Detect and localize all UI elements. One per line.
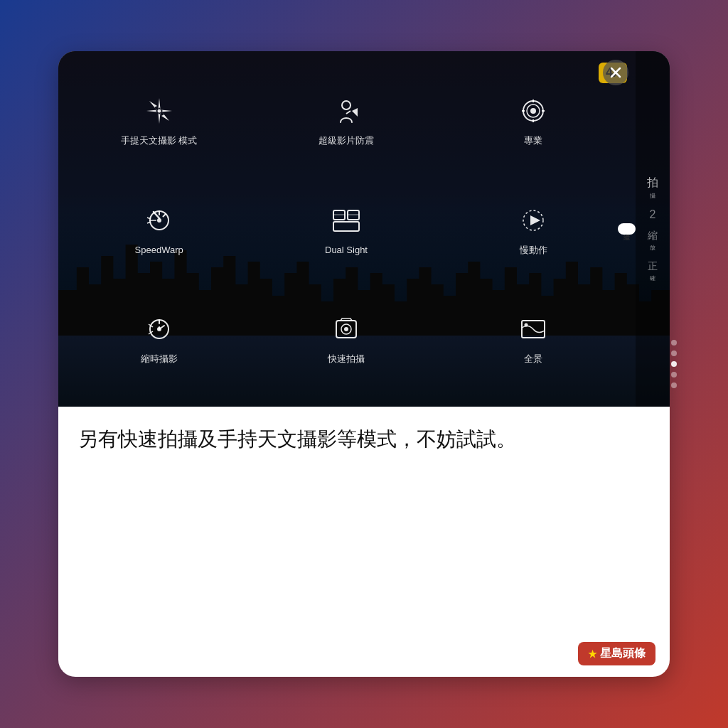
speedwarp-label: SpeedWarp [135, 245, 183, 257]
pagination-dot-3 [671, 361, 677, 367]
panorama-label: 全景 [524, 353, 542, 365]
camera-mode-grid: 手提天文攝影 模式 超級影片防震 [58, 51, 634, 407]
floating-mode-button[interactable]: 繼 [618, 223, 636, 235]
pro-icon [515, 92, 552, 129]
svg-point-36 [525, 323, 528, 326]
handheld-astro-icon [141, 92, 178, 129]
svg-marker-2 [146, 110, 157, 112]
quick-snapshot-icon [328, 311, 365, 348]
pagination-dot-5 [671, 382, 677, 388]
menu-item-handheld-astro[interactable]: 手提天文攝影 模式 [65, 65, 252, 174]
svg-point-4 [157, 109, 161, 113]
menu-item-super-video[interactable]: 超級影片防震 [252, 65, 439, 174]
menu-item-pro[interactable]: 專業 [440, 65, 627, 174]
pro-label: 專業 [524, 135, 542, 147]
svg-marker-3 [161, 110, 172, 112]
right-panel-item-4: 正 確 [648, 260, 658, 282]
svg-line-20 [163, 214, 166, 217]
super-video-label: 超級影片防震 [318, 135, 374, 147]
pagination-dot-2 [671, 350, 677, 356]
star-icon: ★ [588, 648, 597, 660]
svg-marker-0 [158, 98, 160, 109]
menu-item-dual-sight[interactable]: Dual Sight [252, 174, 439, 283]
menu-item-slow-motion[interactable]: 慢動作 [440, 174, 627, 283]
settings-close-icon[interactable] [603, 60, 628, 85]
timelapse-icon [141, 311, 178, 348]
right-panel-item-2: 2 [650, 208, 656, 221]
brand-name: 星島頭條 [600, 646, 646, 661]
svg-marker-6 [161, 113, 169, 121]
dual-sight-icon [328, 202, 365, 239]
main-card: 手提天文攝影 模式 超級影片防震 [58, 51, 670, 677]
pagination-dots [671, 340, 677, 388]
menu-item-panorama[interactable]: 全景 [440, 284, 627, 392]
svg-marker-27 [530, 215, 540, 225]
menu-item-timelapse[interactable]: 縮時攝影 [65, 284, 252, 392]
svg-point-12 [530, 108, 536, 114]
svg-marker-7 [161, 101, 169, 109]
panorama-icon [515, 311, 552, 348]
svg-marker-8 [149, 113, 157, 121]
timelapse-label: 縮時攝影 [141, 353, 178, 365]
svg-rect-23 [333, 222, 359, 231]
super-video-icon [328, 92, 365, 129]
brand-badge: ★ 星島頭條 [578, 642, 655, 665]
svg-point-34 [344, 327, 348, 331]
handheld-astro-label: 手提天文攝影 模式 [121, 135, 198, 147]
pagination-dot-4 [671, 372, 677, 378]
right-panel-item-3: 縮 放 [648, 230, 658, 252]
right-panel-item-1: 拍 攝 [647, 176, 658, 200]
svg-marker-5 [149, 101, 157, 109]
svg-point-9 [342, 101, 350, 109]
pagination-dot-1 [671, 340, 677, 346]
speedwarp-icon [141, 202, 178, 239]
right-panel: 拍 攝 2 縮 放 正 確 [636, 51, 670, 407]
camera-screen: 手提天文攝影 模式 超級影片防震 [58, 51, 670, 407]
content-area: 另有快速拍攝及手持天文攝影等模式，不妨試試。 [58, 407, 670, 636]
slow-motion-icon [515, 202, 552, 239]
dual-sight-label: Dual Sight [325, 245, 368, 257]
slow-motion-label: 慢動作 [520, 245, 547, 257]
footer: ★ 星島頭條 [58, 636, 670, 677]
svg-marker-1 [158, 113, 160, 124]
menu-item-speedwarp[interactable]: SpeedWarp [65, 174, 252, 283]
article-text: 另有快速拍攝及手持天文攝影等模式，不妨試試。 [78, 424, 650, 456]
menu-item-quick-snapshot[interactable]: 快速拍攝 [252, 284, 439, 392]
quick-snapshot-label: 快速拍攝 [328, 353, 365, 365]
